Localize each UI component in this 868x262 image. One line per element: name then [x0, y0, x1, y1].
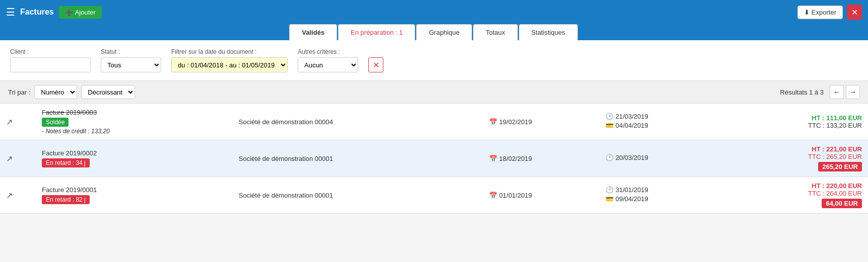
- tab-statistiques[interactable]: Statistiques: [519, 24, 578, 40]
- payment-date: 💳 09/04/2019: [606, 195, 719, 203]
- clock-icon: 🕐: [606, 113, 614, 120]
- autres-select[interactable]: Aucun: [298, 57, 358, 72]
- export-button[interactable]: ⬇ Exporter: [797, 6, 843, 19]
- status-badge: En retard : 82 j: [42, 195, 90, 204]
- client-filter-group: Client :: [10, 48, 91, 72]
- ht-amount: HT : 220,00 EUR: [731, 182, 862, 190]
- client-input[interactable]: [10, 57, 91, 72]
- tabs-container: Validés En préparation : 1 Graphique Tot…: [289, 24, 578, 40]
- table-row: ↗ Facture 2019/0001 En retard : 82 j Soc…: [0, 177, 868, 214]
- calendar-icon: 📅: [489, 155, 497, 162]
- clock-icon: 🕐: [606, 154, 614, 161]
- sort-label: Tri par :: [8, 89, 30, 96]
- tabs-bar: Validés En préparation : 1 Graphique Tot…: [0, 24, 868, 40]
- echeance-date: 🕐 20/03/2019: [606, 154, 719, 161]
- due-amount: 265,20 EUR: [818, 162, 862, 171]
- plus-icon: ➕: [65, 9, 73, 16]
- autres-label: Autres critères :: [298, 48, 358, 55]
- credit-card-icon: 💳: [606, 122, 614, 129]
- clear-filter-button[interactable]: ✕: [368, 57, 383, 72]
- next-page-button[interactable]: →: [846, 85, 860, 99]
- sort-right: Résultats 1 à 3 ← →: [780, 85, 860, 99]
- share-icon[interactable]: ↗: [6, 154, 13, 163]
- hamburger-icon[interactable]: ☰: [6, 6, 15, 18]
- calendar-icon: 📅: [489, 192, 497, 199]
- credit-card-icon: 💳: [606, 195, 614, 203]
- due-amount: 64,00 EUR: [822, 199, 862, 208]
- client-name: Société de démonstration 00001: [239, 155, 333, 162]
- ttc-amount: TTC : 264,00 EUR: [731, 190, 862, 197]
- share-icon[interactable]: ↗: [6, 191, 13, 200]
- client-label: Client :: [10, 48, 91, 55]
- statut-label: Statut :: [101, 48, 161, 55]
- invoice-number: Facture 2019/0001: [42, 186, 227, 194]
- doc-date: 19/02/2019: [499, 118, 532, 126]
- sort-field-select[interactable]: Numéro Date Client Montant: [34, 85, 77, 99]
- ht-amount: HT : 111,00 EUR: [731, 114, 862, 122]
- top-bar-right: ⬇ Exporter ✕: [797, 5, 862, 20]
- status-badge: Soldée: [42, 118, 69, 127]
- tab-graphique[interactable]: Graphique: [416, 24, 472, 40]
- echeance-date: 🕐 21/03/2019: [606, 113, 719, 120]
- payment-date: 💳 04/04/2019: [606, 122, 719, 129]
- echeance-date: 🕐 31/01/2019: [606, 186, 719, 194]
- sort-left: Tri par : Numéro Date Client Montant Déc…: [8, 85, 135, 99]
- invoice-number: Facture 2019/0003: [42, 109, 227, 116]
- top-bar: ☰ Factures ➕ Ajouter ⬇ Exporter ✕: [0, 0, 868, 24]
- calendar-icon: 📅: [489, 118, 497, 126]
- sort-order-select[interactable]: Décroissant Croissant: [81, 85, 135, 99]
- clock-icon: 🕐: [606, 186, 614, 194]
- ttc-amount: TTC : 265,20 EUR: [731, 153, 862, 160]
- table-row: ↗ Facture 2019/0002 En retard : 34 j Soc…: [0, 140, 868, 177]
- download-icon: ⬇: [804, 9, 810, 16]
- sort-bar: Tri par : Numéro Date Client Montant Déc…: [0, 81, 868, 104]
- ht-amount: HT : 221,00 EUR: [731, 145, 862, 153]
- app-title: Factures: [20, 8, 54, 17]
- tab-totaux[interactable]: Totaux: [473, 24, 517, 40]
- statut-filter-group: Statut : Tous Validé Soldé En retard: [101, 48, 161, 72]
- close-button[interactable]: ✕: [847, 5, 862, 20]
- autres-filter-group: Autres critères : Aucun: [298, 48, 358, 72]
- prev-page-button[interactable]: ←: [830, 85, 844, 99]
- date-label: Filtrer sur la date du document :: [171, 48, 288, 55]
- invoice-table: ↗ Facture 2019/0003 Soldée - Notes de cr…: [0, 104, 868, 214]
- client-name: Société de démonstration 00004: [239, 118, 333, 126]
- tab-en-preparation[interactable]: En préparation : 1: [338, 24, 415, 40]
- top-bar-left: ☰ Factures ➕ Ajouter: [6, 6, 102, 19]
- share-icon[interactable]: ↗: [6, 118, 13, 126]
- invoice-number: Facture 2019/0002: [42, 149, 227, 157]
- status-badge: En retard : 34 j: [42, 158, 90, 167]
- statut-select[interactable]: Tous Validé Soldé En retard: [101, 57, 161, 72]
- date-filter-group: Filtrer sur la date du document : du : 0…: [171, 48, 288, 72]
- tab-valides[interactable]: Validés: [289, 24, 337, 40]
- add-button[interactable]: ➕ Ajouter: [59, 6, 102, 19]
- doc-date: 18/02/2019: [499, 155, 532, 162]
- filter-bar: Client : Statut : Tous Validé Soldé En r…: [0, 40, 868, 81]
- date-select[interactable]: du : 01/04/2018 - au : 01/05/2019: [171, 57, 288, 72]
- table-row: ↗ Facture 2019/0003 Soldée - Notes de cr…: [0, 104, 868, 140]
- results-text: Résultats 1 à 3: [780, 89, 824, 96]
- ttc-amount: TTC : 133,20 EUR: [731, 122, 862, 129]
- doc-date: 01/01/2019: [499, 192, 532, 199]
- client-name: Société de démonstration 00001: [239, 192, 333, 199]
- credit-note: - Notes de crédit : 133,20: [42, 128, 227, 135]
